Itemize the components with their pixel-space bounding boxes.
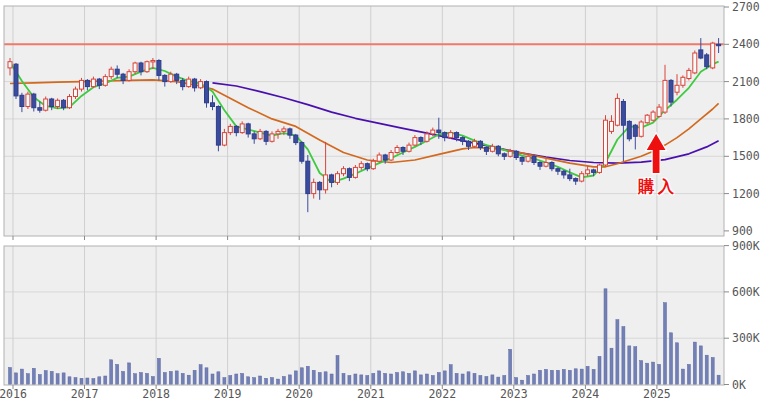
year-tick-label: 2020 [285,387,313,401]
volume-axis-labels: 900K600K300K0K [724,239,760,392]
stock-chart: 270024002100180015001200900900K600K300K0… [0,0,761,403]
volume-tick-label: 300K [732,331,760,345]
year-tick-label: 2022 [428,387,456,401]
price-tick-label: 2100 [732,75,760,89]
price-axis-labels: 270024002100180015001200900 [724,0,760,238]
price-tick-label: 900 [732,224,753,238]
year-tick-label: 2018 [142,387,170,401]
price-tick-label: 1500 [732,149,760,163]
price-tick-label: 2700 [732,0,760,14]
year-tick-label: 2017 [71,387,99,401]
year-tick-label: 2019 [214,387,242,401]
price-tick-label: 1200 [732,187,760,201]
volume-tick-label: 0K [732,378,746,392]
year-tick-label: 2016 [0,387,27,401]
volume-tick-label: 900K [732,239,760,253]
year-tick-label: 2023 [500,387,528,401]
price-tick-label: 1800 [732,112,760,126]
year-tick-label: 2021 [357,387,385,401]
year-tick-label: 2024 [572,387,600,401]
volume-tick-label: 600K [732,285,760,299]
price-tick-label: 2400 [732,37,760,51]
candlestick-volume-chart: 270024002100180015001200900900K600K300K0… [0,0,761,403]
year-tick-label: 2025 [643,387,671,401]
